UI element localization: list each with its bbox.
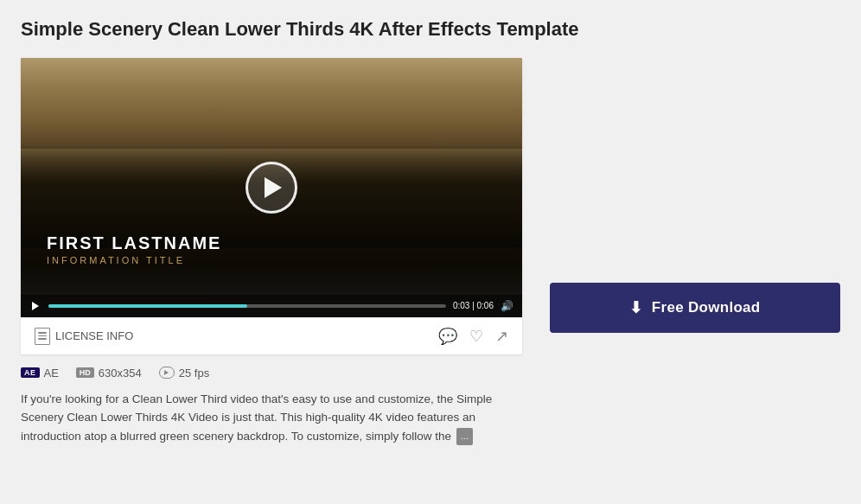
play-button[interactable] bbox=[246, 162, 297, 214]
download-label: Free Download bbox=[652, 299, 761, 316]
description: If you're looking for a Clean Lower Thir… bbox=[21, 390, 522, 446]
free-download-button[interactable]: ⬇ Free Download bbox=[550, 283, 840, 333]
fps-label: 25 fps bbox=[179, 367, 209, 380]
fps-icon bbox=[159, 367, 175, 379]
play-triangle-icon bbox=[265, 177, 282, 198]
progress-fill bbox=[48, 304, 247, 308]
share-icon[interactable]: ↗ bbox=[495, 327, 508, 346]
page-wrapper: Simple Scenery Clean Lower Thirds 4K Aft… bbox=[0, 0, 861, 504]
fps-badge: 25 fps bbox=[159, 367, 209, 380]
license-info-label: LICENSE INFO bbox=[55, 329, 133, 342]
right-column: ⬇ Free Download bbox=[550, 58, 840, 333]
meta-row: AE AE HD 630x354 25 fps bbox=[21, 367, 522, 380]
page-title: Simple Scenery Clean Lower Thirds 4K Aft… bbox=[21, 17, 840, 42]
progress-bar[interactable] bbox=[48, 304, 446, 308]
software-label: AE bbox=[44, 367, 59, 380]
video-container: FIRST LASTNAME INFORMATION TITLE bbox=[21, 58, 522, 354]
comment-icon[interactable]: 💬 bbox=[438, 327, 457, 346]
left-column: FIRST LASTNAME INFORMATION TITLE bbox=[21, 58, 522, 446]
license-info-button[interactable]: LICENSE INFO bbox=[35, 328, 133, 345]
volume-icon[interactable]: 🔊 bbox=[501, 300, 513, 312]
resolution-badge: HD 630x354 bbox=[76, 367, 142, 380]
time-display: 0:03 | 0:06 bbox=[453, 301, 494, 310]
ae-badge: AE bbox=[21, 367, 40, 378]
description-text: If you're looking for a Clean Lower Thir… bbox=[21, 392, 492, 443]
download-icon: ⬇ bbox=[629, 298, 642, 317]
license-document-icon bbox=[35, 328, 50, 345]
description-more-button[interactable]: ... bbox=[456, 428, 473, 445]
hd-badge: HD bbox=[76, 367, 94, 378]
ctrl-play-button[interactable] bbox=[29, 300, 41, 312]
content-row: FIRST LASTNAME INFORMATION TITLE bbox=[21, 58, 840, 446]
like-icon[interactable]: ♡ bbox=[469, 327, 483, 346]
lower-thirds-title: INFORMATION TITLE bbox=[47, 255, 221, 265]
bottom-actions: 💬 ♡ ↗ bbox=[438, 327, 508, 346]
video-player[interactable]: FIRST LASTNAME INFORMATION TITLE bbox=[21, 58, 522, 317]
resolution-label: 630x354 bbox=[99, 367, 142, 380]
ctrl-play-icon bbox=[32, 302, 39, 310]
lower-thirds: FIRST LASTNAME INFORMATION TITLE bbox=[47, 233, 221, 265]
software-badge: AE AE bbox=[21, 367, 59, 380]
lower-thirds-name: FIRST LASTNAME bbox=[47, 233, 221, 253]
video-controls: 0:03 | 0:06 🔊 bbox=[21, 295, 522, 317]
video-bottom-bar: LICENSE INFO 💬 ♡ ↗ bbox=[21, 317, 522, 354]
